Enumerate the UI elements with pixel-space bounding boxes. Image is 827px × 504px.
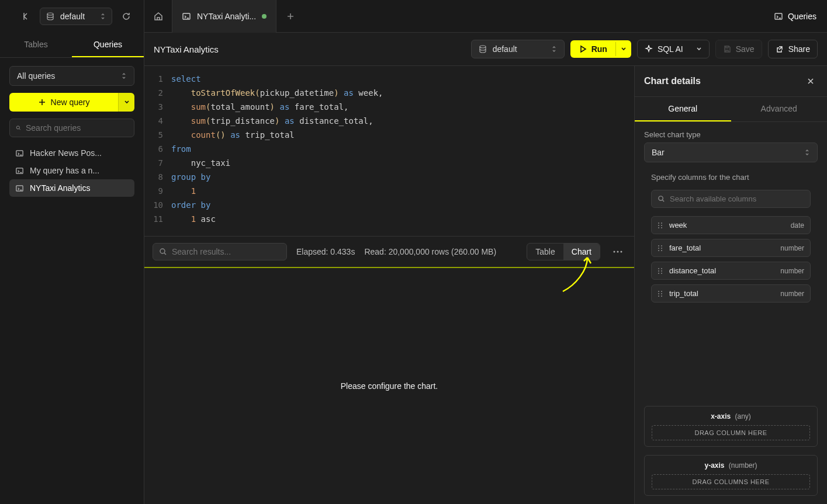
search-icon [16, 124, 21, 132]
y-axis-dropzone[interactable]: y-axis (number) DRAG COLUMNS HERE [644, 455, 818, 496]
query-icon [15, 149, 24, 158]
column-type: number [780, 244, 804, 252]
svg-point-33 [658, 296, 659, 297]
svg-point-20 [658, 248, 659, 249]
svg-point-7 [480, 46, 486, 48]
chart-type-label: Select chart type [644, 130, 818, 139]
svg-rect-3 [16, 168, 23, 173]
collapse-sidebar-icon[interactable] [16, 7, 35, 26]
svg-point-25 [658, 268, 659, 269]
editor-tab[interactable]: NYTaxi Analyti... [172, 0, 276, 33]
svg-point-16 [661, 223, 662, 224]
share-icon [776, 45, 784, 53]
save-icon [723, 45, 731, 53]
svg-point-13 [658, 223, 659, 224]
svg-point-30 [661, 273, 662, 274]
y-axis-label: y-axis [704, 461, 724, 470]
query-item-label: Hacker News Pos... [30, 148, 102, 158]
column-type: date [791, 221, 804, 230]
drag-handle-icon [658, 245, 663, 252]
results-search-field[interactable] [172, 247, 281, 256]
sql-editor[interactable]: 1select2 toStartOfWeek(pickup_datetime) … [144, 66, 634, 237]
queries-link[interactable]: Queries [763, 12, 827, 21]
x-axis-dropzone[interactable]: x-axis (any) DRAG COLUMN HERE [644, 406, 818, 447]
new-query-button[interactable]: New query [9, 93, 118, 112]
svg-point-26 [658, 270, 659, 272]
x-axis-hint[interactable]: DRAG COLUMN HERE [652, 425, 810, 440]
svg-point-1 [16, 126, 19, 129]
close-panel-button[interactable] [804, 74, 818, 88]
columns-label: Specify columns for the chart [644, 173, 818, 182]
query-filter-select[interactable]: All queries [9, 66, 134, 86]
unsaved-indicator [262, 14, 267, 19]
database-selector[interactable]: default [40, 8, 112, 25]
panel-tab-advanced[interactable]: Advanced [731, 97, 828, 121]
share-button[interactable]: Share [768, 40, 818, 58]
query-icon [15, 166, 24, 175]
svg-rect-5 [183, 13, 190, 19]
query-icon [182, 12, 191, 21]
view-toggle-chart[interactable]: Chart [563, 244, 600, 260]
updown-icon [100, 12, 106, 20]
editor-tab-label: NYTaxi Analyti... [197, 12, 256, 21]
queries-link-label: Queries [788, 12, 816, 21]
column-name: trip_total [669, 289, 698, 298]
panel-tab-general[interactable]: General [635, 97, 731, 121]
query-icon [15, 184, 24, 193]
svg-point-9 [614, 251, 615, 253]
play-icon [579, 45, 587, 53]
columns-search-field[interactable] [670, 194, 804, 203]
y-axis-type: (number) [729, 461, 757, 470]
query-icon [774, 12, 783, 21]
x-axis-label: x-axis [711, 412, 731, 420]
svg-point-31 [658, 291, 659, 292]
sidebar-tab-tables[interactable]: Tables [0, 33, 72, 57]
query-item[interactable]: Hacker News Pos... [9, 144, 134, 162]
columns-search[interactable] [651, 190, 811, 208]
page-title: NYTaxi Analytics [154, 44, 219, 54]
svg-point-21 [658, 250, 659, 251]
plus-icon [286, 12, 295, 20]
refresh-button[interactable] [117, 7, 136, 26]
column-item[interactable]: weekdate [651, 216, 811, 234]
svg-point-12 [659, 196, 663, 200]
run-button[interactable]: Run [570, 40, 615, 58]
query-item[interactable]: NYTaxi Analytics [9, 179, 134, 197]
svg-point-32 [658, 293, 659, 294]
search-icon [159, 248, 167, 256]
run-caret[interactable] [615, 42, 631, 56]
new-query-caret[interactable] [118, 93, 134, 112]
search-queries-field[interactable] [26, 123, 128, 133]
view-toggle-table[interactable]: Table [527, 244, 563, 260]
column-name: distance_total [669, 266, 716, 275]
save-button: Save [715, 40, 762, 58]
read-info: Read: 20,000,000 rows (260.00 MB) [364, 247, 496, 256]
column-item[interactable]: fare_totalnumber [651, 239, 811, 257]
results-more-button[interactable] [610, 242, 626, 261]
chart-type-select[interactable]: Bar [644, 142, 818, 162]
drag-handle-icon [658, 222, 663, 229]
svg-point-23 [661, 248, 662, 249]
svg-point-8 [160, 249, 165, 253]
home-tab[interactable] [144, 0, 172, 33]
chevron-down-icon [696, 46, 702, 52]
column-item[interactable]: trip_totalnumber [651, 284, 811, 303]
sidebar-tab-queries[interactable]: Queries [72, 33, 144, 57]
close-icon [807, 77, 815, 85]
query-item[interactable]: My query has a n... [9, 162, 134, 179]
share-label: Share [788, 44, 810, 54]
chevron-down-icon [124, 99, 130, 105]
svg-point-34 [661, 291, 662, 292]
search-queries-input[interactable] [9, 119, 134, 137]
column-name: fare_total [669, 244, 701, 252]
database-label: default [60, 12, 85, 21]
new-query-label: New query [51, 98, 90, 107]
results-search[interactable] [153, 243, 287, 260]
add-tab-button[interactable] [276, 0, 304, 33]
column-item[interactable]: distance_totalnumber [651, 262, 811, 280]
run-db-selector[interactable]: default [471, 40, 565, 58]
y-axis-hint[interactable]: DRAG COLUMNS HERE [652, 474, 810, 489]
sql-ai-button[interactable]: SQL AI [637, 40, 710, 58]
chart-placeholder-text: Please configure the chart. [341, 381, 438, 391]
svg-point-24 [661, 250, 662, 251]
